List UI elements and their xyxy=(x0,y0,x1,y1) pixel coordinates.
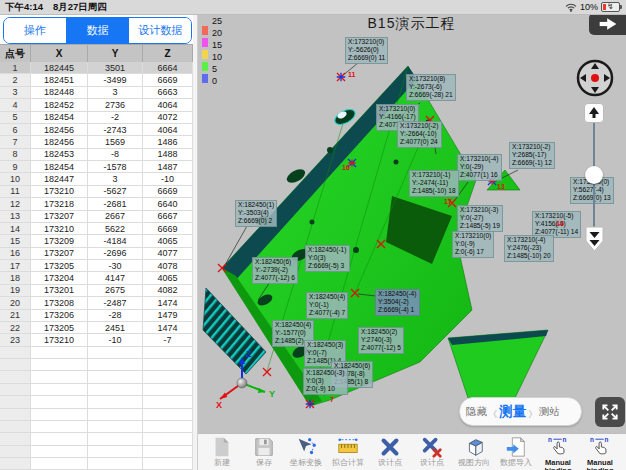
chevron-right-icon: › xyxy=(528,400,532,424)
empty-cell xyxy=(143,371,193,383)
legend-tick-label: 10 xyxy=(212,53,222,62)
measurement-label[interactable]: X:173210(-2)Y:2685(-17)Z:6669(-1) 12 xyxy=(509,142,555,169)
toolbar-button-manual-binding[interactable]: nnManual binding xyxy=(537,434,579,470)
table-row[interactable]: 17173205-304078 xyxy=(0,260,193,272)
toolbar-button-fit-calc[interactable]: 拟合计算 xyxy=(327,434,369,470)
measurement-label[interactable]: X:173210(8)Y:-2673(-6)Z:6669(-28) 21 xyxy=(406,74,456,101)
table-row[interactable]: 23173210-10-7 xyxy=(0,334,193,346)
status-time: 下午4:14 xyxy=(5,1,43,14)
empty-cell xyxy=(88,409,143,421)
mode-option[interactable]: 测站 xyxy=(533,405,566,419)
mode-option[interactable]: 隐藏 xyxy=(460,405,493,419)
table-row[interactable]: 5182454-24072 xyxy=(0,112,193,124)
toolbar-button-coord-transform[interactable]: 坐标变换 xyxy=(285,434,327,470)
tab-data[interactable]: 数据 xyxy=(67,18,130,43)
measurement-label[interactable]: X:182450(4)Y:0(-1)Z:4077(-4) 7 xyxy=(306,292,348,319)
coordinate-cell: 4065 xyxy=(143,272,193,284)
toolbar-button-save[interactable]: 保存 xyxy=(243,434,285,470)
measurement-label[interactable]: X:182450(1)Y:-3503(4)Z:6669(0) 2 xyxy=(235,200,277,227)
empty-cell xyxy=(31,347,88,359)
measurement-label[interactable]: X:182450(6)Y:-2739(-2)Z:4077(-12) 6 xyxy=(252,257,298,284)
table-row[interactable]: 718245615691486 xyxy=(0,136,193,148)
table-row-empty xyxy=(0,396,193,408)
empty-cell xyxy=(31,433,88,445)
panel-toggle-button[interactable] xyxy=(589,13,626,35)
toolbar-button-design-point-delete[interactable]: 设计点 xyxy=(411,434,453,470)
manual-binding-icon: nn xyxy=(547,436,569,458)
coordinate-cell: -2696 xyxy=(88,248,143,260)
table-row[interactable]: 2217320524511474 xyxy=(0,322,193,334)
coordinate-cell: 173210 xyxy=(31,186,88,198)
display-mode-switch[interactable]: 隐藏‹测量›测站 xyxy=(459,397,582,426)
table-row[interactable]: 1817320441474065 xyxy=(0,272,193,284)
point-number-cell: 23 xyxy=(0,334,31,346)
measurement-label[interactable]: X:173210(-4)Y:2476(-23)Z:1485(-10) 20 xyxy=(504,235,554,262)
coordinate-cell: -8 xyxy=(88,149,143,161)
measurement-label[interactable]: X:173210(-4)Y:0(-29)Z:4077(1) 16 xyxy=(457,154,502,181)
empty-cell xyxy=(0,384,31,396)
table-row[interactable]: 16173207-26964077 xyxy=(0,248,193,260)
toolbar-button-label: 坐标变换 xyxy=(290,459,322,467)
table-row[interactable]: 6182456-27434064 xyxy=(0,124,193,136)
table-row[interactable]: 11173210-56276669 xyxy=(0,186,193,198)
coordinate-cell: -30 xyxy=(88,260,143,272)
table-row[interactable]: 21173206-281479 xyxy=(0,310,193,322)
empty-cell xyxy=(31,458,88,470)
measurement-label[interactable]: X:173210(-2)Y:-2664(-10)Z:4077(0) 24 xyxy=(397,121,442,148)
svg-text:n: n xyxy=(590,436,594,443)
table-row[interactable]: 118244535016664 xyxy=(0,62,193,74)
fullscreen-button[interactable] xyxy=(595,397,625,427)
tab-operate[interactable]: 操作 xyxy=(4,18,67,43)
status-date: 8月27日周四 xyxy=(53,1,107,14)
point-number-cell: 1 xyxy=(0,62,31,74)
zoom-out-button[interactable] xyxy=(585,226,604,252)
zoom-extent-button[interactable] xyxy=(584,103,604,123)
table-row[interactable]: 9182454-15781487 xyxy=(0,161,193,173)
zoom-slider-knob[interactable] xyxy=(585,166,603,184)
empty-cell xyxy=(88,384,143,396)
table-row[interactable]: 2182451-34996669 xyxy=(0,74,193,86)
save-icon xyxy=(253,436,275,458)
measurement-label[interactable]: X:173210(-1)Y:-2474(-11)Z:1485(-10) 18 xyxy=(409,170,459,197)
table-row[interactable]: 1917320126754082 xyxy=(0,285,193,297)
table-row[interactable]: 8182453-81488 xyxy=(0,149,193,161)
legend-color-swatch xyxy=(202,62,208,71)
measurement-label[interactable]: X:182450(-4)Y:3504(-2)Z:6669(-4) 1 xyxy=(375,289,420,316)
point-number-cell: 6 xyxy=(0,124,31,136)
toolbar-button-manual-binding[interactable]: nnManual binding xyxy=(579,434,621,470)
measurement-label[interactable]: X:173210(0)Y:0(-9)Z:0(-6) 17 xyxy=(452,231,494,258)
toolbar-button-design-point[interactable]: 设计点 xyxy=(369,434,411,470)
measurement-label[interactable]: X:173210(-3)Y:0(-27)Z:1485(-5) 19 xyxy=(457,205,503,232)
coordinate-cell: 173208 xyxy=(31,297,88,309)
coordinate-cell: 173209 xyxy=(31,235,88,247)
rotate-navpad[interactable] xyxy=(576,59,614,97)
coordinate-cell: 182448 xyxy=(31,87,88,99)
point-number-cell: 21 xyxy=(0,310,31,322)
empty-cell xyxy=(0,458,31,470)
toolbar-button-data-import[interactable]: 数据导入 xyxy=(495,434,537,470)
table-row[interactable]: 1317320726676667 xyxy=(0,211,193,223)
table-row[interactable]: 15173209-41844065 xyxy=(0,235,193,247)
point-number-cell: 13 xyxy=(0,211,31,223)
measurement-label[interactable]: X:182450(2)Y:2740(-3)Z:4077(-12) 5 xyxy=(358,327,404,354)
table-row[interactable]: 101824473-10 xyxy=(0,173,193,185)
table-row-empty xyxy=(0,384,193,396)
toolbar-button-view-direction[interactable]: 视图方向 xyxy=(453,434,495,470)
table-row[interactable]: 20173208-24871474 xyxy=(0,297,193,309)
tab-design-data[interactable]: 设计数据 xyxy=(129,18,191,43)
table-row[interactable]: 1417321056226669 xyxy=(0,223,193,235)
table-row[interactable]: 318244836663 xyxy=(0,87,193,99)
toolbar-button-new-file[interactable]: 新建 xyxy=(201,434,243,470)
coordinate-cell: 4147 xyxy=(88,272,143,284)
measurement-label[interactable]: X:182450(-3)Y:0(3)Z:0(-9) 10 xyxy=(303,368,348,395)
table-row[interactable]: 12173218-26816640 xyxy=(0,198,193,210)
mode-option-selected[interactable]: 测量 xyxy=(497,403,528,421)
measurement-label[interactable]: X:182450(-1)Y:0(3)Z:6669(-5) 3 xyxy=(305,245,350,272)
status-bar: 下午4:14 8月27日周四 10% ↯ xyxy=(0,0,626,15)
point-number-cell: 9 xyxy=(0,161,31,173)
measurement-label[interactable]: X:173210(0)Y:-5626(0)Z:6669(0) 11 xyxy=(345,37,388,64)
table-row[interactable]: 418245227364064 xyxy=(0,99,193,111)
point-number-cell: 20 xyxy=(0,297,31,309)
empty-cell xyxy=(88,433,143,445)
coordinate-cell: 1479 xyxy=(143,310,193,322)
